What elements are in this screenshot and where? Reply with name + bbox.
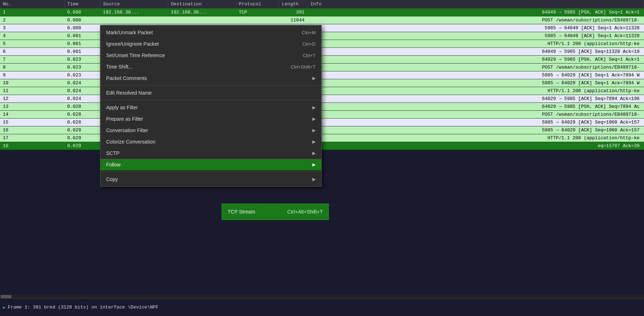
submenu-item-tcp-stream[interactable]: TCP Stream Ctrl+Alt+Shift+T (222, 205, 328, 218)
menu-item-colorize-conversation[interactable]: Colorize Conversation ▶ (100, 136, 321, 147)
col-header-proto: Protocol (236, 0, 279, 9)
table-row[interactable]: 70.02339064029 → 5985 [PSH, ACK] Seq=1 A… (0, 56, 644, 64)
table-row[interactable]: 50.001553HTTP/1.1 200 (application/http-… (0, 40, 644, 48)
menu-item-ignore-unignore-shortcut: Ctrl+D (302, 41, 316, 47)
copy-arrow-icon: ▶ (312, 177, 316, 182)
table-row[interactable]: 140.0287611POST /wsman/subscriptions/EB4… (0, 111, 644, 119)
packet-table: No. Time Source Destination Protocol Len… (0, 0, 644, 150)
menu-item-set-time-ref-shortcut: Ctrl+T (303, 53, 316, 58)
menu-separator-2 (100, 100, 321, 100)
table-row[interactable]: 120.0245464029 → 5985 [ACK] Seq=7894 Ack… (0, 95, 644, 103)
sctp-arrow-icon: ▶ (312, 151, 316, 156)
col-header-no: No. (0, 0, 64, 9)
menu-item-apply-as-filter-label: Apply as Filter (106, 105, 138, 110)
packet-list: No. Time Source Destination Protocol Len… (0, 0, 644, 150)
menu-item-time-shift[interactable]: Time Shift... Ctrl+Shift+T (100, 61, 321, 72)
table-row[interactable]: 130.02839064029 → 5985 [PSH, ACK] Seq=78… (0, 103, 644, 111)
table-row[interactable]: 20.00011044POST /wsman/subscriptions/EB4… (0, 16, 644, 24)
menu-item-mark-unmark-label: Mark/Unmark Packet (106, 30, 153, 35)
table-row[interactable]: 170.029553HTTP/1.1 200 (application/http… (0, 134, 644, 142)
menu-item-mark-unmark[interactable]: Mark/Unmark Packet Ctrl+M (100, 27, 321, 38)
menu-item-time-shift-shortcut: Ctrl+Shift+T (291, 64, 316, 70)
menu-item-ignore-unignore-label: Ignore/Unignore Packet (106, 41, 159, 47)
menu-item-sctp[interactable]: SCTP ▶ (100, 147, 321, 159)
menu-item-follow-label: Follow (106, 162, 120, 167)
table-header: No. Time Source Destination Protocol Len… (0, 0, 644, 9)
prepare-as-filter-arrow-icon: ▶ (312, 116, 316, 121)
menu-separator-1 (100, 85, 321, 86)
col-header-dest: Destination (168, 0, 236, 9)
table-row[interactable]: 60.0015464049 → 5985 [ACK] Seq=11328 Ack… (0, 48, 644, 56)
follow-submenu: TCP Stream Ctrl+Alt+Shift+T (222, 204, 329, 220)
bottom-panel-text: Frame 1: 391 b (8, 305, 47, 310)
submenu-tcp-stream-label: TCP Stream (228, 209, 255, 215)
bottom-panel: ▶ Frame 1: 391 b red (3128 bits) on inte… (0, 298, 644, 316)
menu-item-edit-resolved-name[interactable]: Edit Resolved Name (100, 87, 321, 99)
menu-item-set-time-ref-label: Set/Unset Time Reference (106, 52, 165, 58)
table-row[interactable]: 10.000192.168.30...192.168.30...TCP39164… (0, 9, 644, 16)
menu-item-ignore-unignore[interactable]: Ignore/Unignore Packet Ctrl+D (100, 38, 321, 50)
menu-item-prepare-as-filter-label: Prepare as Filter (106, 116, 143, 122)
table-row[interactable]: 80.0237611POST /wsman/subscriptions/EB48… (0, 64, 644, 71)
menu-separator-3 (100, 172, 321, 172)
menu-item-apply-as-filter[interactable]: Apply as Filter ▶ (100, 102, 321, 113)
table-row[interactable]: 110.024553HTTP/1.1 200 (application/http… (0, 87, 644, 95)
menu-item-sctp-label: SCTP (106, 150, 119, 156)
table-row[interactable]: 30.000545985 → 64049 [ACK] Seq=1 Ack=113… (0, 24, 644, 32)
col-header-info: Info (307, 0, 644, 9)
menu-item-packet-comments-label: Packet Comments (106, 75, 147, 81)
menu-item-prepare-as-filter[interactable]: Prepare as Filter ▶ (100, 113, 321, 125)
col-header-time: Time (64, 0, 100, 9)
menu-item-mark-unmark-shortcut: Ctrl+M (302, 30, 316, 35)
col-header-len: Length (279, 0, 307, 9)
menu-item-follow[interactable]: Follow ▶ (100, 159, 321, 170)
menu-item-edit-resolved-name-label: Edit Resolved Name (106, 90, 152, 96)
menu-item-set-time-ref[interactable]: Set/Unset Time Reference Ctrl+T (100, 50, 321, 61)
table-row[interactable]: 90.023545985 → 64029 [ACK] Seq=1 Ack=789… (0, 71, 644, 79)
context-menu: Mark/Unmark Packet Ctrl+M Ignore/Unignor… (100, 25, 322, 187)
table-row[interactable]: 40.00115145985 → 64049 [ACK] Seq=1 Ack=1… (0, 32, 644, 40)
table-row[interactable]: 150.028545985 → 64029 [ACK] Seq=1960 Ack… (0, 119, 644, 126)
menu-item-time-shift-label: Time Shift... (106, 64, 133, 70)
submenu-tcp-stream-shortcut: Ctrl+Alt+Shift+T (287, 209, 323, 215)
menu-item-colorize-conversation-label: Colorize Conversation (106, 139, 155, 145)
bottom-panel-arrow-icon: ▶ (3, 305, 6, 310)
follow-arrow-icon: ▶ (312, 162, 316, 167)
menu-item-copy-label: Copy (106, 176, 118, 182)
menu-item-conversation-filter[interactable]: Conversation Filter ▶ (100, 125, 321, 136)
colorize-conversation-arrow-icon: ▶ (312, 139, 316, 144)
table-row[interactable]: 160.02915145985 → 64029 [ACK] Seq=1960 A… (0, 126, 644, 134)
bottom-panel-suffix: red (3128 bits) on interface \Device\NPF (47, 305, 158, 310)
apply-as-filter-arrow-icon: ▶ (312, 105, 316, 110)
table-row[interactable]: 180.029eq=15787 Ack=39 (0, 142, 644, 150)
menu-item-copy[interactable]: Copy ▶ (100, 174, 321, 185)
packet-comments-arrow-icon: ▶ (312, 76, 316, 81)
table-row[interactable]: 100.02415145985 → 64029 [ACK] Seq=1 Ack=… (0, 79, 644, 87)
col-header-source: Source (100, 0, 168, 9)
menu-item-conversation-filter-label: Conversation Filter (106, 127, 148, 133)
menu-item-packet-comments[interactable]: Packet Comments ▶ (100, 72, 321, 84)
conversation-filter-arrow-icon: ▶ (312, 128, 316, 133)
